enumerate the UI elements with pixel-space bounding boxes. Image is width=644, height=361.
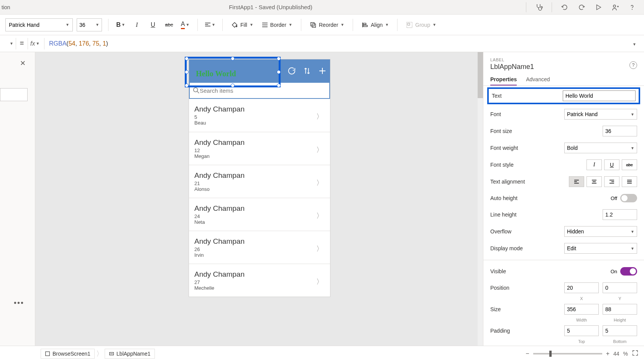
panel-input[interactable] [0, 88, 28, 101]
list-item[interactable]: Andy Champan26Irvin〉 [189, 231, 330, 264]
tab-properties[interactable]: Properties [490, 74, 517, 85]
expand-formula-icon[interactable]: ▼ [632, 40, 644, 47]
title-separator [526, 2, 526, 12]
chevron-right-icon[interactable]: 〉 [316, 112, 323, 121]
resize-handle[interactable] [185, 57, 189, 61]
help-icon[interactable]: ? [629, 61, 637, 69]
bold-button[interactable]: B▼ [115, 19, 127, 31]
reorder-button[interactable]: Reorder▼ [307, 19, 347, 31]
add-icon[interactable] [315, 63, 330, 79]
border-button[interactable]: Border▼ [260, 19, 295, 31]
chevron-down-icon: ▼ [432, 23, 436, 27]
text-input[interactable] [563, 90, 636, 101]
fontsize-input[interactable] [603, 126, 637, 136]
vertical-scrollbar[interactable] [478, 52, 483, 346]
zoom-out-button[interactable]: − [526, 350, 529, 357]
chevron-down-icon: ▼ [631, 112, 634, 117]
fontweight-select[interactable]: Bold▼ [564, 143, 637, 153]
list-item[interactable]: Andy Champan21Alonso〉 [189, 165, 330, 198]
prop-position-row: Position [483, 279, 644, 296]
underline-toggle[interactable]: U [604, 159, 619, 170]
visible-toggle[interactable] [620, 267, 637, 276]
prop-label: Visible [490, 268, 611, 274]
canvas[interactable]: Hello World Andy Champan5Beau〉Andy Champ… [35, 52, 483, 346]
padding-bottom-input[interactable] [603, 325, 637, 336]
sort-icon[interactable] [299, 63, 315, 79]
chevron-right-icon[interactable]: 〉 [316, 211, 323, 220]
font-family-select[interactable]: Patrick Hand▼ [5, 18, 73, 31]
formula-input[interactable]: RGBA(54, 176, 75, 1) [44, 40, 632, 47]
breadcrumb-screen[interactable]: BrowseScreen1 [41, 349, 95, 359]
fx-button[interactable]: fx▼ [28, 38, 44, 49]
help-icon[interactable] [628, 3, 636, 11]
refresh-icon[interactable] [284, 63, 299, 79]
chevron-down-icon: ▼ [122, 23, 125, 27]
group-button[interactable]: Group▼ [404, 19, 439, 31]
list-item[interactable]: Andy Champan5Beau〉 [189, 99, 330, 132]
play-icon[interactable] [594, 3, 603, 11]
align-justify-button[interactable] [622, 176, 637, 187]
zoom-slider[interactable] [533, 353, 602, 354]
overflow-select[interactable]: Hidden▼ [564, 226, 637, 237]
chevron-down-icon: ▼ [289, 23, 292, 27]
align-button[interactable]: Align▼ [359, 19, 391, 31]
italic-button[interactable]: I [131, 19, 143, 31]
border-label: Border [270, 22, 286, 28]
align-center-button[interactable] [586, 176, 602, 187]
list-item[interactable]: Andy Champan24Neta〉 [189, 198, 330, 231]
item-subtitle-1: 26 [194, 246, 245, 252]
autoheight-toggle[interactable] [620, 194, 637, 202]
search-input[interactable] [200, 87, 326, 94]
slider-knob[interactable] [549, 351, 552, 357]
font-size-select[interactable]: 36▼ [77, 18, 102, 31]
breadcrumb-control[interactable]: LblAppName1 [105, 349, 155, 359]
prop-padding-sublabels: TopBottom [483, 339, 644, 344]
tab-advanced[interactable]: Advanced [526, 74, 550, 85]
app-header [189, 59, 330, 82]
chevron-right-icon[interactable]: 〉 [316, 244, 323, 253]
stethoscope-icon[interactable] [535, 3, 543, 11]
list-item[interactable]: Andy Champan27Mechelle〉 [189, 264, 330, 297]
size-width-input[interactable] [564, 304, 599, 315]
position-y-input[interactable] [603, 282, 637, 293]
list-item[interactable]: Andy Champan12Megan〉 [189, 132, 330, 165]
resize-handle[interactable] [185, 84, 189, 87]
more-icon[interactable]: ••• [14, 299, 24, 307]
displaymode-select[interactable]: Edit▼ [564, 243, 637, 254]
text-align-button[interactable]: ▼ [204, 19, 216, 31]
zoom-in-button[interactable]: + [606, 350, 610, 357]
fill-button[interactable]: Fill▼ [229, 19, 256, 31]
chevron-down-icon: ▼ [631, 246, 634, 251]
item-title: Andy Champan [194, 171, 245, 180]
resize-handle[interactable] [185, 70, 189, 74]
redo-icon[interactable] [577, 3, 586, 11]
align-right-button[interactable] [604, 176, 619, 187]
italic-toggle[interactable]: I [586, 159, 602, 170]
padding-top-input[interactable] [564, 325, 599, 336]
item-subtitle-2: Megan [194, 153, 245, 159]
strikethrough-button[interactable]: abc [163, 19, 175, 31]
underline-button[interactable]: U [147, 19, 159, 31]
chevron-right-icon[interactable]: 〉 [316, 145, 323, 154]
font-select[interactable]: Patrick Hand▼ [564, 109, 637, 120]
close-icon[interactable]: ✕ [20, 59, 26, 67]
property-selector[interactable]: ▼ [2, 38, 16, 49]
chevron-down-icon: ▼ [95, 23, 99, 27]
strike-toggle[interactable]: abc [622, 159, 637, 170]
svg-rect-4 [312, 24, 315, 27]
fullscreen-icon[interactable] [632, 350, 639, 358]
size-height-input[interactable] [603, 304, 637, 315]
align-label: Align [371, 22, 383, 28]
item-subtitle-2: Irvin [194, 252, 245, 258]
share-icon[interactable] [611, 3, 619, 11]
item-subtitle-2: Alonso [194, 186, 245, 192]
chevron-right-icon[interactable]: 〉 [316, 277, 323, 286]
lineheight-input[interactable] [603, 209, 637, 220]
position-x-input[interactable] [564, 282, 599, 293]
undo-icon[interactable] [560, 3, 569, 11]
breadcrumb-separator: 〉 [96, 349, 103, 358]
font-color-button[interactable]: A▼ [179, 19, 191, 31]
chevron-right-icon[interactable]: 〉 [316, 178, 323, 187]
search-box[interactable] [189, 82, 330, 99]
align-left-button[interactable] [569, 176, 584, 187]
